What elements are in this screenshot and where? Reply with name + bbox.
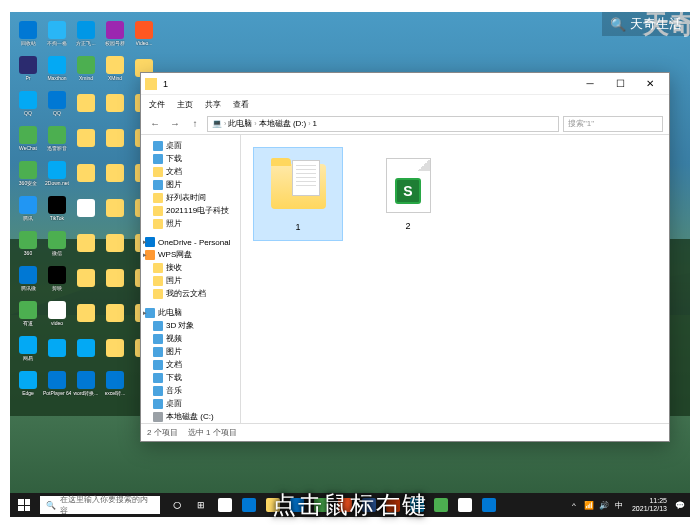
search-input[interactable]: 搜索"1" bbox=[563, 116, 663, 132]
desktop-icon[interactable]: 回收站 bbox=[15, 17, 41, 49]
minimize-button[interactable]: ─ bbox=[575, 74, 605, 94]
desktop-icon[interactable]: TikTok bbox=[44, 192, 70, 224]
volume-icon[interactable]: 🔊 bbox=[598, 499, 610, 511]
navigation-pane[interactable]: 桌面下载文档图片好列表时间2021119电子科技照片▸OneDrive - Pe… bbox=[141, 135, 241, 423]
desktop-icon[interactable] bbox=[44, 332, 70, 364]
desktop-icon[interactable]: Xmind bbox=[73, 52, 99, 84]
tree-item[interactable]: 3D 对象 bbox=[141, 319, 240, 332]
desktop-icon[interactable]: 2Down.net bbox=[44, 157, 70, 189]
desktop-icon[interactable]: QQ bbox=[44, 87, 70, 119]
taskbar-app[interactable] bbox=[454, 493, 476, 517]
desktop-icon[interactable] bbox=[102, 332, 128, 364]
tree-item[interactable]: 文档 bbox=[141, 165, 240, 178]
desktop-icon[interactable]: 剪映 bbox=[44, 262, 70, 294]
tree-item[interactable]: ▸WPS网盘 bbox=[141, 248, 240, 261]
desktop-icon[interactable]: excel转... bbox=[102, 367, 128, 399]
forward-button[interactable]: → bbox=[167, 116, 183, 132]
desktop-icon[interactable]: word转换... bbox=[73, 367, 99, 399]
desktop-icon[interactable]: 腾讯 bbox=[15, 192, 41, 224]
desktop-icon[interactable]: 网易 bbox=[15, 332, 41, 364]
tree-item[interactable]: ▸此电脑 bbox=[141, 306, 240, 319]
desktop-icon[interactable]: 方正飞... bbox=[73, 17, 99, 49]
desktop-icon[interactable]: Edge bbox=[15, 367, 41, 399]
desktop-icon[interactable] bbox=[102, 157, 128, 189]
maximize-button[interactable]: ☐ bbox=[605, 74, 635, 94]
tree-item[interactable]: 我的云文档 bbox=[141, 287, 240, 300]
desktop-icon[interactable]: 有道 bbox=[15, 297, 41, 329]
desktop-icon[interactable]: Video... bbox=[131, 17, 157, 49]
tree-item[interactable]: 音乐 bbox=[141, 384, 240, 397]
desktop-icon[interactable] bbox=[73, 157, 99, 189]
desktop-icon[interactable] bbox=[102, 122, 128, 154]
desktop-icon[interactable]: Maxthon bbox=[44, 52, 70, 84]
desktop-icon[interactable]: 360 bbox=[15, 227, 41, 259]
tree-item[interactable]: 本地磁盘 (C:) bbox=[141, 410, 240, 423]
tray-chevron-icon[interactable]: ^ bbox=[568, 499, 580, 511]
desktop-icon[interactable]: 迅雷影音 bbox=[44, 122, 70, 154]
file-item-spreadsheet[interactable]: S 2 bbox=[363, 147, 453, 239]
desktop-icon[interactable] bbox=[73, 122, 99, 154]
taskbar-clock[interactable]: 11:25 2021/12/13 bbox=[628, 497, 671, 512]
notification-icon[interactable]: 💬 bbox=[674, 499, 686, 511]
desktop-icon[interactable] bbox=[102, 227, 128, 259]
menu-home[interactable]: 主页 bbox=[177, 99, 193, 110]
network-icon[interactable]: 📶 bbox=[583, 499, 595, 511]
desktop-icon[interactable]: 腾讯微 bbox=[15, 262, 41, 294]
desktop-icon[interactable]: PotPlayer 64 bbox=[44, 367, 70, 399]
tree-item[interactable]: 图片 bbox=[141, 178, 240, 191]
tree-item[interactable]: 好列表时间 bbox=[141, 191, 240, 204]
tree-item[interactable]: ▸OneDrive - Personal bbox=[141, 236, 240, 248]
breadcrumb-p1[interactable]: 此电脑 bbox=[228, 118, 252, 129]
desktop-icon[interactable] bbox=[102, 297, 128, 329]
desktop-icon[interactable] bbox=[73, 297, 99, 329]
tree-item[interactable]: 视频 bbox=[141, 332, 240, 345]
input-method-icon[interactable]: 中 bbox=[613, 499, 625, 511]
desktop-icon[interactable]: XMind bbox=[102, 52, 128, 84]
breadcrumb-p2[interactable]: 本地磁盘 (D:) bbox=[259, 118, 307, 129]
tree-item[interactable]: 下载 bbox=[141, 152, 240, 165]
taskbar-app[interactable] bbox=[430, 493, 452, 517]
tree-item[interactable]: 照片 bbox=[141, 217, 240, 230]
desktop-icon[interactable]: video bbox=[44, 297, 70, 329]
tree-item[interactable]: 桌面 bbox=[141, 139, 240, 152]
tree-item[interactable]: 文档 bbox=[141, 358, 240, 371]
desktop-icon[interactable]: 校园号群 bbox=[102, 17, 128, 49]
desktop-icon[interactable] bbox=[102, 87, 128, 119]
back-button[interactable]: ← bbox=[147, 116, 163, 132]
up-button[interactable]: ↑ bbox=[187, 116, 203, 132]
desktop-icon[interactable] bbox=[102, 262, 128, 294]
tree-item[interactable]: 接收 bbox=[141, 261, 240, 274]
desktop-icon[interactable] bbox=[102, 192, 128, 224]
desktop-icon[interactable]: 微信 bbox=[44, 227, 70, 259]
tree-item[interactable]: 下载 bbox=[141, 371, 240, 384]
titlebar[interactable]: 1 ─ ☐ ✕ bbox=[141, 73, 669, 95]
breadcrumb[interactable]: 💻 › 此电脑 › 本地磁盘 (D:) › 1 bbox=[207, 116, 559, 132]
start-button[interactable] bbox=[10, 493, 38, 517]
menu-view[interactable]: 查看 bbox=[233, 99, 249, 110]
desktop-icon[interactable]: WeChat bbox=[15, 122, 41, 154]
desktop-icon[interactable] bbox=[73, 227, 99, 259]
tree-item[interactable]: 国片 bbox=[141, 274, 240, 287]
file-list-area[interactable]: 1 S 2 bbox=[241, 135, 669, 423]
cortana-button[interactable]: ○ bbox=[166, 493, 188, 517]
tree-item[interactable]: 桌面 bbox=[141, 397, 240, 410]
close-button[interactable]: ✕ bbox=[635, 74, 665, 94]
desktop-icon[interactable]: Pr bbox=[15, 52, 41, 84]
breadcrumb-p3[interactable]: 1 bbox=[313, 119, 317, 128]
tree-item[interactable]: 图片 bbox=[141, 345, 240, 358]
desktop-icon[interactable] bbox=[73, 192, 99, 224]
desktop-icon[interactable]: QQ bbox=[15, 87, 41, 119]
tree-item[interactable]: 2021119电子科技 bbox=[141, 204, 240, 217]
file-item-folder[interactable]: 1 bbox=[253, 147, 343, 241]
menu-file[interactable]: 文件 bbox=[149, 99, 165, 110]
desktop-icon[interactable] bbox=[73, 332, 99, 364]
taskbar-search[interactable]: 🔍 在这里输入你要搜索的内容 bbox=[40, 496, 160, 514]
desktop-icon[interactable]: 不拘一格 bbox=[44, 17, 70, 49]
taskbar-app[interactable] bbox=[238, 493, 260, 517]
taskbar-app[interactable] bbox=[478, 493, 500, 517]
taskview-button[interactable]: ⊞ bbox=[190, 493, 212, 517]
taskbar-app[interactable] bbox=[214, 493, 236, 517]
desktop-icon[interactable] bbox=[73, 262, 99, 294]
desktop-icon[interactable]: 360安全 bbox=[15, 157, 41, 189]
desktop-icon[interactable] bbox=[73, 87, 99, 119]
